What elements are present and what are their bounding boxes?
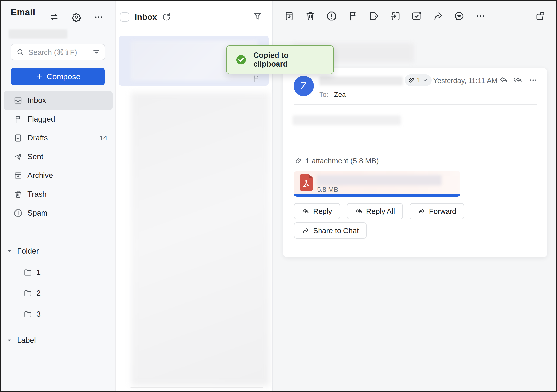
search-icon (16, 48, 24, 56)
more-options-icon[interactable] (94, 12, 103, 22)
attachment-filename-redacted (317, 175, 442, 185)
compose-button[interactable]: Compose (11, 68, 105, 85)
switch-account-icon[interactable] (49, 12, 59, 22)
caret-down-icon (6, 248, 13, 254)
archive-button[interactable] (284, 11, 295, 21)
folder-item-label: 2 (36, 289, 41, 298)
reply-all-label: Reply All (366, 207, 395, 216)
forward-icon (418, 207, 426, 215)
label-tag-button[interactable] (369, 11, 380, 21)
flag-button[interactable] (347, 11, 358, 21)
chevron-down-icon (422, 78, 428, 83)
folder-icon (23, 310, 32, 319)
sidebar-item-flagged[interactable]: Flagged (4, 110, 113, 129)
sidebar: Email Search (⌘⇧F) (1, 1, 116, 391)
folder-item-label: 3 (36, 310, 41, 319)
paperclip-icon (408, 77, 415, 84)
folder-item-label: 1 (36, 268, 41, 277)
email-app-window: Email Search (⌘⇧F) (0, 0, 557, 392)
select-all-checkbox[interactable] (120, 12, 129, 22)
reply-icon-button[interactable] (498, 75, 508, 85)
archive-icon (14, 171, 22, 180)
compose-label: Compose (47, 72, 81, 81)
forward-button[interactable]: Forward (410, 203, 464, 219)
account-name-redacted (9, 29, 67, 39)
reply-icon (302, 207, 310, 215)
recipient-row: To:Zea (319, 91, 346, 98)
toast-notification: Copied to clipboard (226, 45, 334, 74)
search-filter-icon[interactable] (92, 48, 101, 56)
sidebar-item-spam[interactable]: Spam (4, 204, 113, 222)
draft-file-icon (14, 134, 22, 142)
reply-all-icon-button[interactable] (513, 75, 523, 85)
reply-button[interactable]: Reply (294, 203, 340, 219)
to-value[interactable]: Zea (334, 91, 346, 98)
trash-button[interactable] (305, 11, 316, 21)
sidebar-item-label: Inbox (27, 96, 46, 105)
spam-alert-icon (14, 209, 22, 217)
sidebar-item-trash[interactable]: Trash (4, 185, 113, 204)
attachments-summary-row: 1 attachment (5.8 MB) (295, 157, 379, 165)
sidebar-item-sent[interactable]: Sent (4, 147, 113, 166)
mail-list-header: Inbox (116, 1, 272, 32)
attachment-size: 5.8 MB (317, 186, 338, 194)
send-icon (14, 152, 22, 161)
drafts-count-badge: 14 (99, 134, 107, 142)
message-card: Z 1 Yesterday, 11:11 AM (283, 68, 547, 257)
more-actions-button[interactable] (475, 11, 486, 21)
to-label: To: (319, 91, 328, 98)
search-input[interactable]: Search (⌘⇧F) (11, 44, 105, 60)
label-section-header[interactable]: Label (6, 336, 36, 345)
sidebar-item-drafts[interactable]: Drafts 14 (4, 129, 113, 147)
search-placeholder: Search (⌘⇧F) (28, 48, 92, 57)
attachment-card[interactable]: 5.8 MB (294, 171, 460, 197)
attachment-count: 1 (417, 76, 421, 84)
message-timestamp: Yesterday, 11:11 AM (433, 77, 497, 85)
sidebar-folder-2[interactable]: 2 (23, 289, 41, 298)
paperclip-icon (295, 157, 302, 164)
sidebar-item-inbox[interactable]: Inbox (4, 91, 113, 110)
sidebar-folder-3[interactable]: 3 (23, 310, 41, 319)
folder-section-header[interactable]: Folder (6, 247, 39, 255)
mark-read-button[interactable] (411, 11, 422, 21)
success-check-icon (236, 54, 247, 65)
sidebar-folder-1[interactable]: 1 (23, 268, 41, 277)
pdf-file-icon (300, 174, 313, 191)
reply-all-button[interactable]: Reply All (347, 203, 403, 219)
toast-message: Copied to clipboard (253, 51, 324, 69)
attachment-count-pill[interactable]: 1 (405, 74, 432, 86)
mail-list-title: Inbox (135, 12, 157, 22)
download-progress-bar (294, 194, 460, 197)
folder-section-label: Folder (17, 247, 39, 255)
share-to-chat-button[interactable]: Share to Chat (294, 222, 367, 239)
open-in-new-window-button[interactable] (535, 11, 546, 21)
share-button[interactable] (432, 11, 443, 21)
trash-icon (14, 190, 22, 199)
reply-all-icon (355, 207, 363, 215)
sidebar-item-label: Flagged (27, 115, 55, 124)
report-spam-button[interactable] (326, 11, 337, 21)
forward-label: Forward (429, 207, 456, 216)
share-to-chat-label: Share to Chat (313, 226, 359, 235)
plus-icon (35, 73, 43, 81)
header-divider (294, 104, 537, 105)
sidebar-item-label: Archive (27, 171, 53, 180)
refresh-icon[interactable] (161, 12, 171, 22)
mail-list-redacted-content (131, 93, 270, 386)
sidebar-item-archive[interactable]: Archive (4, 166, 113, 185)
message-toolbar (284, 11, 486, 21)
reply-label: Reply (313, 207, 332, 216)
label-section-label: Label (17, 336, 36, 345)
comment-button[interactable] (454, 11, 465, 21)
message-more-button[interactable] (528, 75, 538, 85)
gear-icon[interactable] (72, 12, 81, 22)
filter-funnel-icon[interactable] (253, 12, 262, 21)
folder-icon (23, 289, 32, 298)
folder-icon (23, 268, 32, 277)
inbox-icon (14, 96, 22, 105)
sidebar-item-label: Trash (27, 190, 47, 199)
attachments-summary-text: 1 attachment (5.8 MB) (305, 157, 379, 165)
caret-down-icon (6, 337, 13, 344)
body-redacted (293, 115, 401, 125)
move-to-folder-button[interactable] (390, 11, 401, 21)
